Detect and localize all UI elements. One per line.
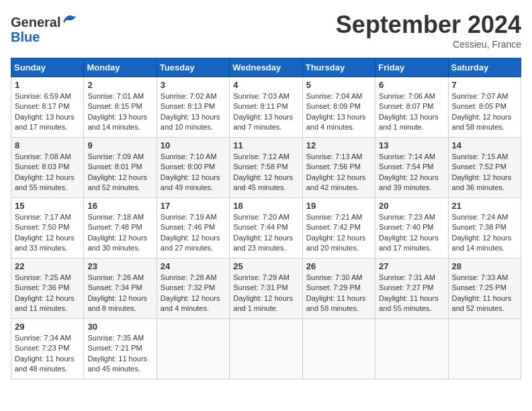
day-info-line: Sunset: 7:54 PM — [379, 162, 444, 172]
day-info-line: Daylight: 12 hours — [87, 233, 152, 243]
day-info-line: Sunrise: 7:19 AM — [161, 212, 226, 222]
day-info-line: and 8 minutes. — [87, 304, 152, 314]
day-content: Sunrise: 7:24 AMSunset: 7:38 PMDaylight:… — [452, 212, 517, 254]
day-info-line: Daylight: 12 hours — [452, 112, 517, 122]
day-info-line: Sunrise: 7:28 AM — [161, 273, 226, 283]
day-number: 19 — [306, 201, 371, 211]
calendar-cell: 1Sunrise: 6:59 AMSunset: 8:17 PMDaylight… — [11, 77, 84, 138]
title-block: September 2024 Cessieu, France — [336, 11, 521, 50]
week-row-1: 8Sunrise: 7:08 AMSunset: 8:03 PMDaylight… — [11, 138, 521, 198]
day-info-line: Daylight: 13 hours — [87, 112, 152, 122]
week-row-0: 1Sunrise: 6:59 AMSunset: 8:17 PMDaylight… — [11, 77, 521, 138]
day-content: Sunrise: 7:01 AMSunset: 8:15 PMDaylight:… — [87, 91, 152, 133]
day-number: 4 — [233, 80, 298, 90]
calendar-cell: 17Sunrise: 7:19 AMSunset: 7:46 PMDayligh… — [157, 198, 229, 259]
day-info-line: Sunset: 8:15 PM — [87, 101, 152, 111]
day-info-line: and 23 minutes. — [233, 243, 298, 253]
day-info-line: and 20 minutes. — [306, 243, 371, 253]
calendar-cell: 21Sunrise: 7:24 AMSunset: 7:38 PMDayligh… — [448, 198, 521, 259]
day-content: Sunrise: 7:13 AMSunset: 7:56 PMDaylight:… — [306, 152, 371, 193]
day-content: Sunrise: 7:20 AMSunset: 7:44 PMDaylight:… — [233, 212, 298, 254]
day-info-line: Sunrise: 7:02 AM — [161, 91, 226, 101]
calendar-cell: 15Sunrise: 7:17 AMSunset: 7:50 PMDayligh… — [11, 198, 84, 259]
day-info-line: and 4 minutes. — [306, 122, 371, 132]
day-content: Sunrise: 7:34 AMSunset: 7:23 PMDaylight:… — [15, 333, 80, 375]
day-info-line: Daylight: 13 hours — [161, 112, 226, 122]
day-info-line: Daylight: 11 hours — [306, 293, 371, 304]
day-info-line: Daylight: 12 hours — [15, 293, 80, 304]
day-info-line: Sunrise: 7:09 AM — [87, 152, 152, 162]
day-info-line: Sunset: 8:03 PM — [15, 162, 80, 172]
day-info-line: Daylight: 12 hours — [87, 293, 152, 304]
logo: General Blue — [11, 11, 78, 44]
day-info-line: Sunset: 7:31 PM — [233, 283, 298, 293]
day-info-line: Sunset: 7:58 PM — [233, 162, 298, 172]
logo-bird-icon — [62, 11, 78, 27]
calendar-cell: 19Sunrise: 7:21 AMSunset: 7:42 PMDayligh… — [302, 198, 375, 259]
day-info-line: Sunset: 8:07 PM — [379, 101, 444, 111]
calendar-cell: 13Sunrise: 7:14 AMSunset: 7:54 PMDayligh… — [375, 138, 448, 198]
day-number: 16 — [87, 201, 152, 211]
month-title: September 2024 — [336, 11, 521, 39]
day-info-line: Sunrise: 7:26 AM — [87, 273, 152, 283]
day-number: 18 — [233, 201, 298, 211]
calendar-cell: 7Sunrise: 7:07 AMSunset: 8:05 PMDaylight… — [448, 77, 521, 138]
day-info-line: Daylight: 12 hours — [161, 233, 226, 243]
day-info-line: Sunrise: 7:10 AM — [161, 152, 226, 162]
calendar-cell — [157, 319, 229, 379]
day-info-line: Sunrise: 7:30 AM — [306, 273, 371, 283]
day-info-line: Sunrise: 7:15 AM — [452, 152, 517, 162]
day-info-line: and 4 minutes. — [161, 304, 226, 314]
day-number: 11 — [233, 140, 298, 150]
day-info-line: and 10 minutes. — [161, 122, 226, 132]
calendar-cell: 10Sunrise: 7:10 AMSunset: 8:00 PMDayligh… — [157, 138, 229, 198]
day-number: 22 — [15, 261, 80, 271]
day-number: 24 — [161, 261, 226, 271]
day-content: Sunrise: 7:12 AMSunset: 7:58 PMDaylight:… — [233, 152, 298, 193]
header-row: SundayMondayTuesdayWednesdayThursdayFrid… — [11, 58, 521, 77]
day-info-line: Sunrise: 7:35 AM — [87, 333, 152, 343]
day-number: 10 — [161, 140, 226, 150]
day-info-line: and 45 minutes. — [87, 364, 152, 374]
day-content: Sunrise: 7:17 AMSunset: 7:50 PMDaylight:… — [15, 212, 80, 254]
calendar-cell: 29Sunrise: 7:34 AMSunset: 7:23 PMDayligh… — [11, 319, 84, 379]
col-header-thursday: Thursday — [302, 58, 375, 77]
day-info-line: and 14 minutes. — [87, 122, 152, 132]
day-info-line: Sunrise: 7:20 AM — [233, 212, 298, 222]
calendar-cell: 18Sunrise: 7:20 AMSunset: 7:44 PMDayligh… — [230, 198, 302, 259]
day-info-line: Daylight: 12 hours — [306, 233, 371, 243]
day-info-line: and 39 minutes. — [379, 183, 444, 193]
col-header-wednesday: Wednesday — [230, 58, 302, 77]
day-number: 12 — [306, 140, 371, 150]
day-info-line: Sunset: 7:44 PM — [233, 222, 298, 232]
calendar-cell: 9Sunrise: 7:09 AMSunset: 8:01 PMDaylight… — [84, 138, 157, 198]
day-info-line: Daylight: 13 hours — [15, 112, 80, 122]
day-info-line: and 58 minutes. — [452, 122, 517, 132]
day-info-line: Sunset: 7:32 PM — [161, 283, 226, 293]
day-content: Sunrise: 7:15 AMSunset: 7:52 PMDaylight:… — [452, 152, 517, 193]
calendar-cell: 24Sunrise: 7:28 AMSunset: 7:32 PMDayligh… — [157, 259, 229, 319]
day-content: Sunrise: 7:06 AMSunset: 8:07 PMDaylight:… — [379, 91, 444, 133]
day-content: Sunrise: 7:10 AMSunset: 8:00 PMDaylight:… — [161, 152, 226, 193]
day-content: Sunrise: 7:02 AMSunset: 8:13 PMDaylight:… — [161, 91, 226, 133]
day-info-line: Daylight: 11 hours — [452, 293, 517, 304]
calendar-cell: 5Sunrise: 7:04 AMSunset: 8:09 PMDaylight… — [302, 77, 375, 138]
day-info-line: and 17 minutes. — [15, 122, 80, 132]
calendar-cell — [230, 319, 302, 379]
calendar-cell — [448, 319, 521, 379]
day-info-line: Sunset: 7:40 PM — [379, 222, 444, 232]
day-info-line: and 48 minutes. — [15, 364, 80, 374]
day-info-line: Daylight: 12 hours — [452, 173, 517, 183]
day-content: Sunrise: 7:29 AMSunset: 7:31 PMDaylight:… — [233, 273, 298, 314]
day-info-line: Daylight: 12 hours — [15, 233, 80, 243]
day-info-line: Sunrise: 7:08 AM — [15, 152, 80, 162]
day-info-line: Daylight: 12 hours — [233, 233, 298, 243]
day-info-line: and 1 minute. — [233, 304, 298, 314]
day-info-line: Sunrise: 7:06 AM — [379, 91, 444, 101]
day-info-line: Daylight: 12 hours — [379, 233, 444, 243]
day-number: 30 — [87, 322, 152, 332]
day-content: Sunrise: 6:59 AMSunset: 8:17 PMDaylight:… — [15, 91, 80, 133]
day-info-line: and 45 minutes. — [233, 183, 298, 193]
calendar-cell: 22Sunrise: 7:25 AMSunset: 7:36 PMDayligh… — [11, 259, 84, 319]
day-content: Sunrise: 7:21 AMSunset: 7:42 PMDaylight:… — [306, 212, 371, 254]
